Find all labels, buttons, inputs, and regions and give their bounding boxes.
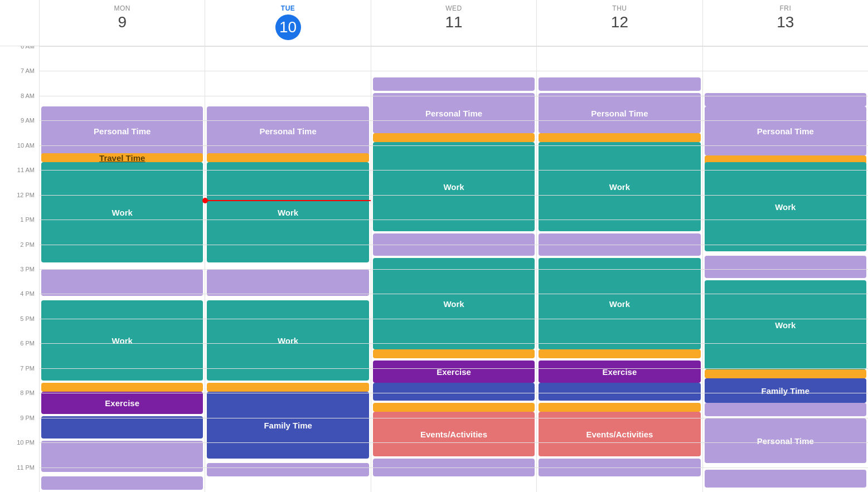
event-work[interactable]: Work [207, 162, 368, 262]
day-header-fri: FRI13 [702, 0, 868, 46]
event-personal-time[interactable]: Personal Time [373, 93, 535, 133]
event-personal-time[interactable] [373, 459, 535, 476]
day-number: 10 [275, 14, 301, 40]
event-label: Personal Time [425, 109, 482, 118]
event-travel-time[interactable] [373, 349, 535, 358]
header-row: MON9TUE10WED11THU12FRI13 [0, 0, 868, 46]
event-personal-time[interactable]: Personal Time [41, 106, 203, 155]
time-label-5pm: 5 PM [20, 315, 35, 322]
event-travel-time[interactable] [41, 383, 203, 392]
event-label: Travel Time [99, 153, 145, 162]
time-label-8am: 8 AM [21, 92, 35, 99]
event-family-time[interactable] [41, 416, 203, 439]
event-personal-time[interactable] [373, 233, 535, 256]
event-family-time[interactable] [539, 383, 700, 401]
day-col-fri: Personal TimeWorkWorkFamily TimePersonal… [702, 46, 868, 492]
event-personal-time[interactable] [539, 233, 700, 256]
event-work[interactable]: Work [705, 162, 866, 251]
event-travel-time[interactable] [539, 349, 700, 358]
event-label: Personal Time [757, 436, 814, 446]
event-personal-time[interactable] [207, 269, 368, 296]
event-travel-time[interactable] [207, 153, 368, 162]
event-personal-time[interactable] [705, 403, 866, 416]
event-personal-time[interactable] [705, 470, 866, 488]
event-work[interactable]: Work [373, 142, 535, 231]
event-label: Work [443, 299, 464, 309]
day-number: 9 [40, 14, 205, 30]
event-exercise[interactable]: Exercise [373, 361, 535, 383]
day-col-thu: Personal TimeWorkWorkExerciseEvents/Acti… [536, 46, 702, 492]
event-work[interactable]: Work [373, 258, 535, 349]
event-label: Work [775, 202, 796, 212]
time-label-8pm: 8 PM [20, 389, 35, 396]
event-label: Personal Time [757, 126, 814, 136]
grid-container: Personal TimeTravel TimeWorkWorkExercise… [39, 46, 868, 492]
event-exercise[interactable]: Exercise [539, 361, 700, 383]
event-family-time[interactable]: Family Time [207, 392, 368, 459]
day-name: WED [371, 4, 536, 12]
event-work[interactable]: Work [41, 162, 203, 262]
event-work[interactable]: Work [705, 280, 866, 369]
day-col-wed: Personal TimeWorkWorkExerciseEvents/Acti… [371, 46, 536, 492]
event-label: Work [278, 336, 298, 345]
day-headers: MON9TUE10WED11THU12FRI13 [39, 0, 868, 46]
event-label: Family Time [264, 421, 312, 430]
day-col-mon: Personal TimeTravel TimeWorkWorkExercise [39, 46, 205, 492]
event-personal-time[interactable]: Personal Time [207, 106, 368, 155]
event-personal-time[interactable] [41, 441, 203, 472]
event-label: Family Time [762, 386, 809, 396]
event-exercise[interactable]: Exercise [41, 392, 203, 414]
event-personal-time[interactable] [41, 476, 203, 490]
event-personal-time[interactable]: Personal Time [705, 418, 866, 463]
event-family-time[interactable]: Family Time [705, 378, 866, 403]
event-work[interactable]: Work [41, 300, 203, 381]
day-header-mon: MON9 [39, 0, 205, 46]
body-container: 6 AM7 AM8 AM9 AM10 AM11 AM12 PM1 PM2 PM3… [0, 46, 868, 492]
event-label: Work [112, 208, 133, 217]
event-label: Work [609, 182, 630, 192]
event-travel-time[interactable] [207, 383, 368, 392]
calendar-container: MON9TUE10WED11THU12FRI13 6 AM7 AM8 AM9 A… [0, 0, 868, 492]
time-label-4pm: 4 PM [20, 290, 35, 297]
event-label: Personal Time [259, 126, 316, 136]
event-personal-time[interactable] [539, 77, 700, 91]
event-label: Work [278, 208, 298, 217]
time-label-2pm: 2 PM [20, 241, 35, 248]
time-indicator-line [205, 200, 370, 201]
event-travel-time[interactable]: Travel Time [41, 153, 203, 162]
event-travel-time[interactable] [539, 403, 700, 412]
event-travel-time[interactable] [539, 133, 700, 142]
event-label: Work [112, 336, 133, 345]
event-personal-time[interactable] [705, 93, 866, 106]
event-events-activities[interactable]: Events/Activities [539, 412, 700, 456]
event-travel-time[interactable] [705, 369, 866, 378]
time-label-10pm: 10 PM [17, 439, 35, 446]
day-header-wed: WED11 [371, 0, 536, 46]
event-label: Work [443, 182, 464, 192]
event-label: Personal Time [591, 109, 648, 118]
event-personal-time[interactable] [539, 459, 700, 476]
time-label-9pm: 9 PM [20, 415, 35, 421]
event-family-time[interactable] [373, 383, 535, 401]
event-work[interactable]: Work [207, 300, 368, 381]
event-label: Exercise [437, 367, 471, 377]
time-label-10am: 10 AM [17, 142, 35, 149]
event-travel-time[interactable] [373, 133, 535, 142]
event-travel-time[interactable] [373, 403, 535, 412]
event-events-activities[interactable]: Events/Activities [373, 412, 535, 456]
event-personal-time[interactable] [373, 77, 535, 91]
time-label-11am: 11 AM [17, 167, 35, 173]
event-personal-time[interactable] [705, 256, 866, 278]
event-personal-time[interactable] [41, 269, 203, 296]
event-personal-time[interactable] [207, 463, 368, 476]
event-work[interactable]: Work [539, 142, 700, 231]
day-name: THU [537, 4, 702, 12]
day-header-thu: THU12 [536, 0, 702, 46]
event-personal-time[interactable]: Personal Time [539, 93, 700, 133]
event-work[interactable]: Work [539, 258, 700, 349]
day-name: FRI [703, 4, 868, 12]
event-personal-time[interactable]: Personal Time [705, 106, 866, 155]
day-name: TUE [205, 4, 370, 12]
event-label: Exercise [105, 398, 139, 408]
event-label: Exercise [603, 367, 637, 377]
